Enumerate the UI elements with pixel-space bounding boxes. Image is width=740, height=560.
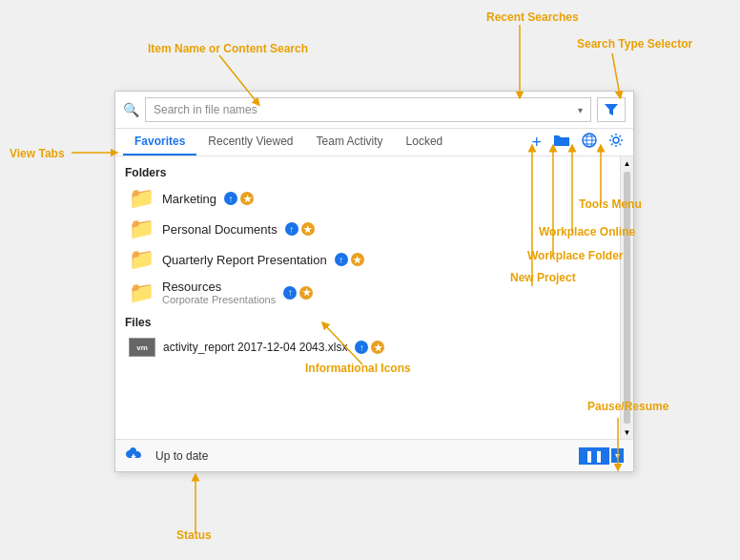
folder-icon-resources: 📁 [129, 282, 154, 303]
personal-info-icons: ↑ ★ [285, 222, 315, 236]
status-bar: Up to date ❚❚ ▾ [115, 439, 633, 471]
status-left: Up to date [125, 445, 208, 467]
folder-icon [553, 133, 570, 148]
pause-icon: ❚❚ [585, 449, 604, 463]
folder-item-marketing[interactable]: 📁 Marketing ↑ ★ [125, 183, 608, 214]
svg-text:Recent Searches: Recent Searches [486, 10, 579, 24]
resources-info-icons: ↑ ★ [283, 286, 313, 300]
file-info-icons: ↑ ★ [355, 341, 384, 354]
quarterly-sync-icon: ↑ [335, 253, 348, 266]
search-input-box[interactable]: Search in file names ▾ [145, 97, 591, 122]
main-panel: 🔍 Search in file names ▾ Favorites Recen… [114, 91, 634, 472]
folder-name-resources: Resources [162, 280, 276, 294]
folder-item-personal-docs[interactable]: 📁 Personal Documents ↑ ★ [125, 214, 608, 244]
cloud-icon-svg [125, 445, 148, 462]
folder-item-resources[interactable]: 📁 Resources Corporate Presentations ↑ ★ [125, 275, 608, 310]
tab-favorites[interactable]: Favorites [123, 129, 196, 156]
gear-icon [608, 133, 624, 148]
workplace-folder-button[interactable] [551, 131, 572, 154]
folder-icon-quarterly: 📁 [129, 249, 154, 270]
new-item-button[interactable]: + [529, 131, 544, 155]
file-name-activity: activity_report 2017-12-04 2043.xlsx [163, 341, 347, 354]
filter-button[interactable] [597, 97, 626, 122]
folder-name-marketing: Marketing [162, 192, 216, 206]
svg-text:Status: Status [176, 529, 212, 542]
quarterly-info-icons: ↑ ★ [335, 253, 364, 266]
globe-icon [582, 133, 597, 148]
tab-team-activity[interactable]: Team Activity [305, 129, 395, 156]
marketing-info-icons: ↑ ★ [224, 192, 254, 205]
scroll-thumb [624, 172, 630, 424]
content-area: Folders 📁 Marketing ↑ ★ 📁 Personal Docum… [115, 156, 633, 439]
folder-sub-resources: Corporate Presentations [162, 294, 276, 305]
svg-line-14 [612, 53, 620, 95]
scrollbar: ▲ ▼ [620, 156, 633, 439]
search-placeholder: Search in file names [154, 103, 257, 116]
svg-text:Search Type Selector: Search Type Selector [577, 37, 692, 51]
file-star-icon: ★ [371, 341, 384, 354]
svg-text:Item Name or Content Search: Item Name or Content Search [148, 42, 308, 55]
pause-dropdown-button[interactable]: ▾ [611, 448, 624, 463]
svg-point-6 [613, 137, 619, 143]
folder-name-resources-wrap: Resources Corporate Presentations [162, 280, 276, 305]
folder-name-marketing-wrap: Marketing [162, 192, 216, 206]
cloud-sync-icon [125, 445, 148, 467]
folder-name-quarterly: Quarterly Report Presentation [162, 253, 327, 267]
marketing-sync-icon: ↑ [224, 192, 237, 205]
marketing-star-icon: ★ [240, 192, 254, 205]
tools-menu-button[interactable] [606, 131, 626, 154]
resources-star-icon: ★ [299, 286, 313, 300]
folder-icon-personal: 📁 [129, 218, 154, 239]
tab-recently-viewed[interactable]: Recently Viewed [196, 129, 304, 156]
folder-item-quarterly[interactable]: 📁 Quarterly Report Presentation ↑ ★ [125, 244, 608, 275]
search-dropdown-arrow[interactable]: ▾ [578, 105, 583, 115]
folder-name-quarterly-wrap: Quarterly Report Presentation [162, 253, 327, 267]
search-bar: 🔍 Search in file names ▾ [115, 92, 633, 129]
tabs-row: Favorites Recently Viewed Team Activity … [115, 129, 633, 156]
pause-button[interactable]: ❚❚ [579, 447, 609, 465]
quarterly-star-icon: ★ [351, 253, 364, 266]
workplace-online-button[interactable] [580, 131, 599, 154]
scroll-down-button[interactable]: ▼ [621, 425, 633, 439]
files-section-label: Files [125, 316, 608, 329]
folder-icon-marketing: 📁 [129, 188, 154, 209]
status-text: Up to date [155, 449, 208, 463]
tab-locked[interactable]: Locked [395, 129, 455, 156]
personal-sync-icon: ↑ [285, 222, 298, 236]
file-sync-icon: ↑ [355, 341, 368, 354]
pause-resume-controls: ❚❚ ▾ [579, 447, 624, 465]
personal-star-icon: ★ [301, 222, 315, 236]
file-item-activity-report[interactable]: vm activity_report 2017-12-04 2043.xlsx … [125, 333, 608, 362]
folder-name-personal-wrap: Personal Documents [162, 222, 278, 237]
scroll-up-button[interactable]: ▲ [621, 156, 633, 170]
file-thumb-activity: vm [129, 338, 155, 357]
search-icon: 🔍 [123, 102, 139, 117]
filter-icon [604, 102, 619, 117]
folder-name-personal: Personal Documents [162, 222, 278, 237]
toolbar-icons: + [529, 131, 626, 155]
svg-text:View Tabs: View Tabs [10, 147, 65, 160]
folders-section-label: Folders [125, 166, 608, 179]
svg-marker-0 [605, 104, 618, 115]
resources-sync-icon: ↑ [283, 286, 297, 300]
tabs-container: Favorites Recently Viewed Team Activity … [123, 129, 454, 156]
